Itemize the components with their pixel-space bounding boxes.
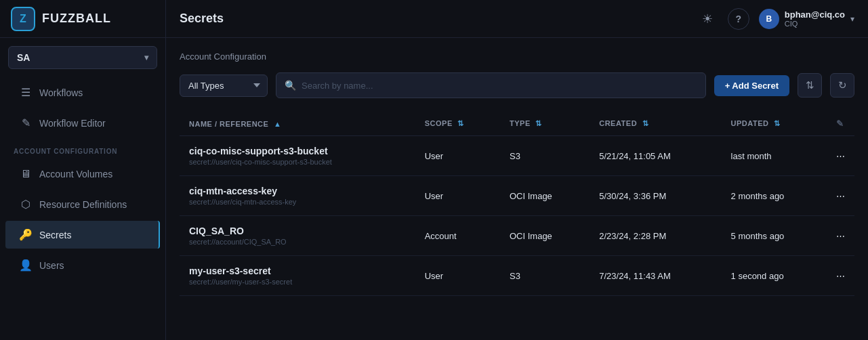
sidebar-item-users-label: Users: [39, 260, 64, 271]
row-actions-3[interactable]: ⋯: [827, 256, 854, 296]
account-chevron-icon: ▾: [144, 53, 148, 62]
row-actions-1[interactable]: ⋯: [827, 176, 854, 216]
account-selector[interactable]: SA ▾: [8, 46, 157, 69]
refresh-button[interactable]: ↻: [830, 73, 854, 98]
col-header-type[interactable]: TYPE ⇅: [500, 112, 590, 136]
secrets-table: NAME / REFERENCE ▲ SCOPE ⇅ TYPE ⇅ CREATE…: [180, 112, 854, 296]
cell-created-0: 5/21/24, 11:05 AM: [590, 136, 721, 176]
cell-updated-3: 1 second ago: [722, 256, 827, 296]
cell-created-3: 7/23/24, 11:43 AM: [590, 256, 721, 296]
cell-type-3: S3: [500, 256, 590, 296]
col-header-name[interactable]: NAME / REFERENCE ▲: [180, 112, 415, 136]
logo-letter: Z: [20, 13, 26, 25]
cell-name-1: ciq-mtn-access-key secret://user/ciq-mtn…: [180, 176, 415, 216]
secret-ref-3: secret://user/my-user-s3-secret: [189, 278, 406, 286]
search-icon: 🔍: [285, 80, 296, 91]
user-email: bphan@ciq.co: [785, 9, 845, 20]
cell-type-1: OCI Image: [500, 176, 590, 216]
sidebar-item-workflows-label: Workflows: [39, 87, 83, 98]
table-row: CIQ_SA_RO secret://account/CIQ_SA_RO Acc…: [180, 216, 854, 256]
secrets-icon: 🔑: [19, 228, 33, 241]
row-actions-2[interactable]: ⋯: [827, 216, 854, 256]
account-name: SA: [17, 52, 30, 63]
cell-created-2: 2/23/24, 2:28 PM: [590, 216, 721, 256]
cell-updated-1: 2 months ago: [722, 176, 827, 216]
sidebar-item-users[interactable]: 👤 Users: [5, 251, 160, 279]
resource-definitions-icon: ⬡: [19, 198, 33, 211]
account-config-section-label: ACCOUNT CONFIGURATION: [0, 138, 165, 159]
secret-ref-2: secret://account/CIQ_SA_RO: [189, 238, 406, 246]
cell-name-3: my-user-s3-secret secret://user/my-user-…: [180, 256, 415, 296]
cell-scope-0: User: [415, 136, 500, 176]
workflows-icon: ☰: [19, 86, 33, 99]
cell-scope-1: User: [415, 176, 500, 216]
col-header-created[interactable]: CREATED ⇅: [590, 112, 721, 136]
user-org: CIQ: [785, 20, 845, 28]
sidebar-item-resource-definitions[interactable]: ⬡ Resource Definitions: [5, 190, 160, 218]
type-badge-3: S3: [510, 271, 520, 281]
sidebar-item-account-volumes-label: Account Volumes: [39, 169, 112, 179]
scope-badge-3: User: [425, 271, 443, 281]
scope-sort-icon: ⇅: [457, 119, 464, 127]
secret-ref-1: secret://user/ciq-mtn-access-key: [189, 198, 406, 206]
toolbar: All Types S3 OCI Image 🔍 + Add Secret ⇅ …: [180, 72, 854, 98]
edit-col-icon: ✎: [836, 119, 844, 129]
cell-scope-2: Account: [415, 216, 500, 256]
created-sort-icon: ⇅: [642, 119, 649, 127]
name-sort-icon: ▲: [274, 120, 281, 128]
theme-toggle-button[interactable]: ☀: [697, 8, 718, 30]
search-input[interactable]: [302, 81, 697, 91]
main-content: Secrets ☀ ? B bphan@ciq.co CIQ ▾ Account…: [166, 0, 868, 340]
user-info: bphan@ciq.co CIQ: [785, 9, 845, 28]
sidebar-item-workflow-editor[interactable]: ✎ Workflow Editor: [5, 109, 160, 137]
cell-updated-0: last month: [722, 136, 827, 176]
cell-type-0: S3: [500, 136, 590, 176]
logo-area: Z FUZZBALL: [0, 0, 165, 38]
breadcrumb: Account Configuration: [180, 51, 854, 62]
user-chevron-icon: ▾: [850, 14, 854, 24]
cell-type-2: OCI Image: [500, 216, 590, 256]
users-icon: 👤: [19, 259, 33, 272]
secret-name-0: ciq-co-misc-support-s3-bucket: [189, 146, 406, 156]
workflow-editor-icon: ✎: [19, 116, 33, 129]
sidebar-item-resource-definitions-label: Resource Definitions: [39, 199, 127, 210]
secret-name-3: my-user-s3-secret: [189, 265, 406, 276]
type-badge-2: OCI Image: [510, 231, 552, 241]
account-volumes-icon: 🖥: [19, 168, 33, 180]
filter-button[interactable]: ⇅: [798, 73, 822, 98]
help-button[interactable]: ?: [728, 8, 749, 30]
top-header: Secrets ☀ ? B bphan@ciq.co CIQ ▾: [166, 0, 868, 38]
row-actions-0[interactable]: ⋯: [827, 136, 854, 176]
user-avatar: B: [759, 9, 779, 29]
type-badge-0: S3: [510, 151, 520, 161]
col-header-edit: ✎: [827, 112, 854, 136]
table-header-row: NAME / REFERENCE ▲ SCOPE ⇅ TYPE ⇅ CREATE…: [180, 112, 854, 136]
add-secret-button[interactable]: + Add Secret: [714, 75, 789, 96]
search-box: 🔍: [276, 72, 706, 98]
sidebar-item-account-volumes[interactable]: 🖥 Account Volumes: [5, 161, 160, 188]
cell-name-0: ciq-co-misc-support-s3-bucket secret://u…: [180, 136, 415, 176]
col-header-updated[interactable]: UPDATED ⇅: [722, 112, 827, 136]
type-badge-1: OCI Image: [510, 191, 552, 201]
logo-icon: Z: [11, 7, 35, 31]
table-row: ciq-co-misc-support-s3-bucket secret://u…: [180, 136, 854, 176]
sidebar-item-workflows[interactable]: ☰ Workflows: [5, 79, 160, 106]
sidebar-item-secrets[interactable]: 🔑 Secrets: [5, 221, 160, 249]
cell-name-2: CIQ_SA_RO secret://account/CIQ_SA_RO: [180, 216, 415, 256]
user-menu[interactable]: B bphan@ciq.co CIQ ▾: [759, 9, 854, 29]
header-actions: ☀ ? B bphan@ciq.co CIQ ▾: [697, 8, 854, 30]
cell-updated-2: 5 months ago: [722, 216, 827, 256]
cell-created-1: 5/30/24, 3:36 PM: [590, 176, 721, 216]
logo-text: FUZZBALL: [42, 12, 111, 26]
scope-badge-0: User: [425, 151, 443, 161]
scope-badge-1: User: [425, 191, 443, 201]
type-filter-select[interactable]: All Types S3 OCI Image: [180, 75, 268, 97]
col-header-scope[interactable]: SCOPE ⇅: [415, 112, 500, 136]
table-row: my-user-s3-secret secret://user/my-user-…: [180, 256, 854, 296]
page-title: Secrets: [180, 12, 224, 26]
sidebar-item-secrets-label: Secrets: [39, 230, 71, 240]
secret-name-1: ciq-mtn-access-key: [189, 186, 406, 196]
secret-name-2: CIQ_SA_RO: [189, 226, 406, 236]
table-row: ciq-mtn-access-key secret://user/ciq-mtn…: [180, 176, 854, 216]
secret-ref-0: secret://user/ciq-co-misc-support-s3-buc…: [189, 158, 406, 166]
